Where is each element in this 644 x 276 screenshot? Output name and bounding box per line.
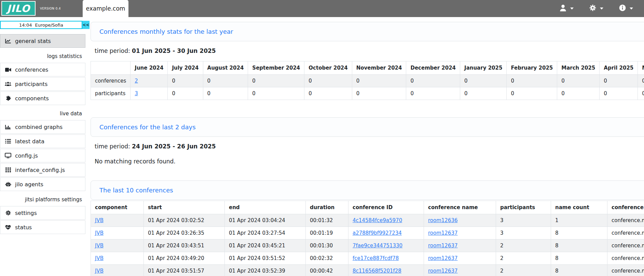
- monthly-column-header: October 2024: [304, 61, 352, 75]
- conference-name-link[interactable]: room12637: [428, 243, 458, 249]
- conference-name-link[interactable]: room12637: [428, 230, 458, 236]
- panel-title-last-10-conferences[interactable]: The last 10 conferences: [99, 187, 644, 194]
- time-period-label: time period:: [95, 143, 130, 150]
- settings-menu-button[interactable]: [589, 4, 603, 13]
- component-link[interactable]: JVB: [95, 230, 104, 236]
- conference-name: room12636: [424, 214, 496, 227]
- conference-name: room12637: [424, 239, 496, 252]
- sidebar-item-latest-data[interactable]: latest data: [0, 134, 85, 148]
- conference-id-link[interactable]: a2788f9bf9927234: [353, 230, 402, 236]
- component-link[interactable]: JVB: [95, 268, 104, 274]
- end-cell: 01 Apr 2024 03:51:52: [225, 252, 306, 265]
- sidebar-item-label: participants: [15, 81, 47, 87]
- sidebar-item-jilo-agents[interactable]: jilo agents: [0, 177, 85, 191]
- chevron-down-icon: [630, 8, 633, 10]
- panel-last-10-conferences: The last 10 conferences: [91, 180, 644, 200]
- stat-cell: 0: [507, 87, 557, 100]
- stat-cell: 0: [304, 75, 352, 87]
- name-count-cell: 8: [551, 227, 607, 239]
- participants-count-link[interactable]: 3: [135, 90, 138, 97]
- conference-id-link[interactable]: fce17ce887fcdf78: [353, 255, 399, 261]
- puzzle-piece-icon: [5, 96, 11, 101]
- stat-cell: 0: [638, 75, 644, 87]
- monthly-column-header: July 2024: [168, 61, 203, 75]
- conference-id: 8c116568f5201f28: [348, 265, 424, 276]
- sidebar-item-combined-graphs[interactable]: combined graphs: [0, 120, 85, 134]
- sidebar-item-participants[interactable]: participants: [0, 77, 85, 91]
- monthly-stats-table: June 2024July 2024August 2024September 2…: [91, 61, 644, 100]
- conference-id-link[interactable]: 8c116568f5201f28: [353, 268, 401, 274]
- stat-cell: 0: [352, 75, 406, 87]
- duration-cell: 00:00:42: [306, 265, 348, 276]
- sidebar-item-settings[interactable]: settings: [0, 206, 85, 220]
- stat-cell: 0: [557, 87, 600, 100]
- component: JVB: [91, 252, 144, 265]
- stat-cell: 0: [248, 87, 304, 100]
- end-cell: 01 Apr 2024 03:04:24: [225, 214, 306, 227]
- info-menu-button[interactable]: [619, 4, 633, 13]
- component-link[interactable]: JVB: [95, 243, 104, 249]
- user-menu-button[interactable]: [560, 4, 574, 13]
- conference-host-cell: conference.meet.example.com: [607, 214, 644, 227]
- grid-icon: [5, 168, 11, 172]
- last-10-column-header: name count: [551, 201, 607, 214]
- conference-id-link[interactable]: 4c14584fce9a5970: [353, 217, 402, 223]
- duration-cell: 00:01:30: [306, 239, 348, 252]
- section-label-live-data: live data: [0, 111, 85, 117]
- monthly-column-header: April 2025: [600, 61, 638, 75]
- last-10-column-header: conference ID: [348, 201, 424, 214]
- stat-cell: 0: [557, 75, 600, 87]
- stat-cell: 0: [203, 87, 248, 100]
- stat-cell: 0: [168, 87, 203, 100]
- conference-id-link[interactable]: 7fae9ce344751330: [353, 243, 402, 249]
- tab-label: example.com: [86, 5, 125, 12]
- sidebar-item-conferences[interactable]: conferences: [0, 63, 85, 76]
- duration-cell: 00:02:32: [306, 252, 348, 265]
- last-2-days-time-period: time period: 24 Jun 2025 - 26 Jun 2025: [95, 143, 644, 150]
- stat-cell: 0: [248, 75, 304, 87]
- panel-title-last-2-days[interactable]: Conferences for the last 2 days: [99, 124, 644, 131]
- conference-name-link[interactable]: room12637: [428, 255, 458, 261]
- sidebar-item-config-js[interactable]: config.js: [0, 149, 85, 162]
- sidebar-item-components[interactable]: components: [0, 91, 85, 105]
- stat-cell: 0: [304, 87, 352, 100]
- name-count-cell: 1: [551, 214, 607, 227]
- start-cell: 01 Apr 2024 03:02:52: [144, 214, 225, 227]
- start-cell: 01 Apr 2024 03:51:57: [144, 265, 225, 276]
- users-icon: [5, 82, 11, 86]
- stat-cell: 0: [507, 75, 557, 87]
- conferences-count-link[interactable]: 2: [135, 78, 138, 84]
- monthly-row-participants: participants3000000000000: [91, 87, 644, 100]
- participants-cell: 2: [496, 265, 551, 276]
- conference-row: JVB01 Apr 2024 03:43:5101 Apr 2024 03:45…: [91, 239, 644, 252]
- sidebar-item-general-stats[interactable]: general stats: [0, 34, 85, 48]
- monitor-icon: [5, 153, 11, 158]
- video-camera-icon: [5, 68, 11, 72]
- sidebar-collapse-button[interactable]: <<: [82, 21, 90, 29]
- component-link[interactable]: JVB: [95, 255, 104, 261]
- panel-last-2-days: Conferences for the last 2 days: [91, 117, 644, 137]
- stat-cell: 0: [352, 87, 406, 100]
- clock-display: 14:04 Europe/Sofia: [0, 21, 82, 29]
- gear-icon: [5, 210, 11, 216]
- end-cell: 01 Apr 2024 03:52:39: [225, 265, 306, 276]
- conference-name-link[interactable]: room12636: [428, 217, 458, 223]
- stat-cell: 0: [460, 75, 507, 87]
- panel-title-monthly-stats[interactable]: Conferences monthly stats for the last y…: [99, 28, 644, 35]
- chevron-down-icon: [570, 8, 574, 10]
- bar-chart-icon: [5, 125, 11, 130]
- tab-example-com[interactable]: example.com: [83, 0, 128, 17]
- monthly-column-header: November 2024: [352, 61, 406, 75]
- component-link[interactable]: JVB: [95, 217, 104, 223]
- sidebar-item-interface-config-js[interactable]: interface_config.js: [0, 163, 85, 177]
- monthly-header-row: June 2024July 2024August 2024September 2…: [91, 61, 644, 75]
- time-period-value: 24 Jun 2025 - 26 Jun 2025: [132, 143, 216, 150]
- monthly-time-period: time period: 01 Jun 2025 - 30 Jun 2025: [95, 47, 644, 54]
- no-records-message: No matching records found.: [95, 158, 644, 165]
- sidebar-item-label: latest data: [15, 138, 44, 145]
- conference-row: JVB01 Apr 2024 03:51:5701 Apr 2024 03:52…: [91, 265, 644, 276]
- section-label-jitsi-platforms-settings: jitsi platforms settings: [0, 197, 85, 203]
- stat-cell: 0: [406, 75, 460, 87]
- sidebar-item-status[interactable]: status: [0, 220, 85, 234]
- conference-name-link[interactable]: room12637: [428, 268, 458, 274]
